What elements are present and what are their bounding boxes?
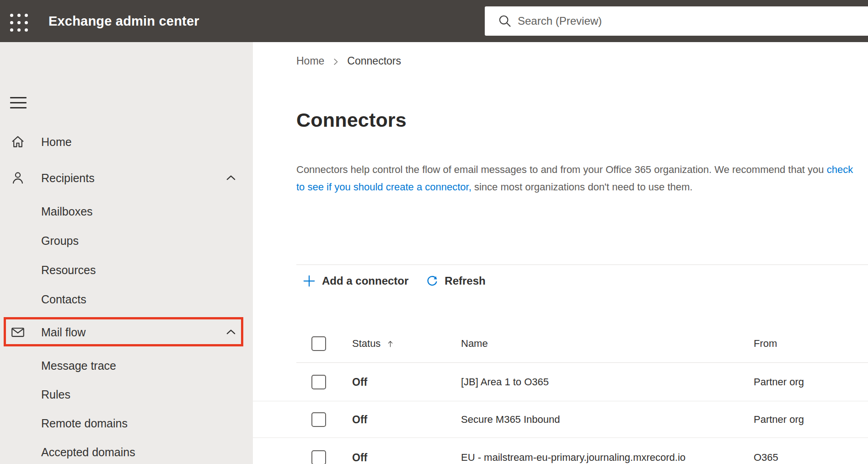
breadcrumb-home-link[interactable]: Home — [296, 55, 324, 67]
row-status: Off — [352, 413, 367, 426]
sidebar-item-rules[interactable]: Rules — [0, 381, 253, 408]
sidebar-item-label: Message trace — [41, 359, 116, 372]
breadcrumb-current: Connectors — [347, 55, 401, 67]
sidebar-item-label: Groups — [41, 234, 79, 248]
row-from: Partner org — [754, 414, 804, 426]
row-name[interactable]: [JB] Area 1 to O365 — [461, 376, 549, 388]
command-bar: Add a connector Refresh — [302, 267, 486, 295]
chevron-up-icon[interactable] — [224, 325, 238, 339]
page-title: Connectors — [296, 109, 407, 131]
sidebar-item-label: Remote domains — [41, 417, 128, 430]
row-checkbox[interactable] — [311, 375, 326, 389]
page-description: Connectors help control the flow of emai… — [296, 161, 858, 196]
sidebar-item-label: Rules — [41, 388, 70, 401]
mail-icon — [10, 324, 26, 340]
waffle-icon — [10, 14, 28, 32]
sidebar-item-recipients[interactable]: Recipients — [0, 164, 253, 192]
app-title: Exchange admin center — [48, 0, 199, 42]
refresh-button[interactable]: Refresh — [426, 275, 485, 287]
toolbar-divider — [296, 264, 868, 265]
sidebar-item-label: Accepted domains — [41, 446, 135, 459]
column-header-name[interactable]: Name — [461, 338, 488, 350]
row-checkbox[interactable] — [311, 412, 326, 427]
description-text: since most organizations don't need to u… — [472, 181, 693, 193]
select-all-checkbox[interactable] — [311, 336, 326, 351]
sidebar-item-home[interactable]: Home — [0, 128, 253, 156]
column-header-status[interactable]: Status — [352, 338, 395, 350]
row-from: Partner org — [754, 376, 804, 388]
table-row[interactable]: Off Secure M365 Inbound Partner org — [253, 401, 868, 438]
sidebar-item-message-trace[interactable]: Message trace — [0, 352, 253, 379]
description-text: Connectors help control the flow of emai… — [296, 164, 827, 175]
app-launcher-button[interactable] — [5, 10, 29, 33]
row-checkbox[interactable] — [311, 450, 326, 464]
breadcrumb: Home Connectors — [296, 55, 401, 67]
main-content: Home Connectors Connectors Connectors he… — [253, 42, 868, 464]
breadcrumb-chevron-icon — [331, 57, 341, 67]
sidebar-item-label: Mail flow — [41, 326, 86, 339]
sidebar-item-resources[interactable]: Resources — [0, 256, 253, 284]
hamburger-menu-button[interactable] — [7, 92, 30, 114]
column-header-from[interactable]: From — [754, 338, 777, 350]
table-row[interactable]: Off [JB] Area 1 to O365 Partner org — [253, 363, 868, 401]
sidebar-item-mail-flow[interactable]: Mail flow — [0, 318, 253, 346]
sidebar-item-groups[interactable]: Groups — [0, 227, 253, 254]
sidebar-item-label: Recipients — [41, 172, 95, 185]
exchange-admin-center-window: Exchange admin center Home — [0, 0, 868, 464]
sidebar-item-label: Resources — [41, 264, 96, 277]
hamburger-icon — [10, 97, 27, 98]
sidebar-item-accepted-domains[interactable]: Accepted domains — [0, 438, 253, 464]
home-icon — [10, 134, 26, 150]
search-box[interactable] — [485, 6, 868, 36]
add-connector-button[interactable]: Add a connector — [302, 274, 408, 288]
row-from: O365 — [754, 452, 778, 464]
search-input[interactable] — [518, 6, 868, 36]
plus-icon — [302, 274, 316, 288]
sidebar-nav: Home Recipients Mailboxes Groups Reso — [0, 42, 253, 464]
sidebar-item-label: Mailboxes — [41, 205, 93, 218]
sort-ascending-icon — [386, 340, 395, 348]
sidebar-item-remote-domains[interactable]: Remote domains — [0, 410, 253, 437]
sidebar-item-contacts[interactable]: Contacts — [0, 286, 253, 313]
search-icon — [498, 14, 512, 28]
row-name[interactable]: EU - mailstream-eu-primary.journaling.mx… — [461, 452, 686, 464]
sidebar-item-label: Contacts — [41, 293, 86, 306]
refresh-icon — [426, 275, 439, 287]
sidebar-item-label: Home — [41, 135, 72, 149]
table-row[interactable]: Off EU - mailstream-eu-primary.journalin… — [253, 438, 868, 464]
top-bar: Exchange admin center — [0, 0, 868, 42]
sidebar-item-mailboxes[interactable]: Mailboxes — [0, 198, 253, 225]
row-name[interactable]: Secure M365 Inbound — [461, 414, 560, 426]
person-icon — [10, 170, 26, 186]
row-status: Off — [352, 451, 367, 464]
row-status: Off — [352, 376, 367, 388]
chevron-up-icon[interactable] — [224, 171, 238, 185]
